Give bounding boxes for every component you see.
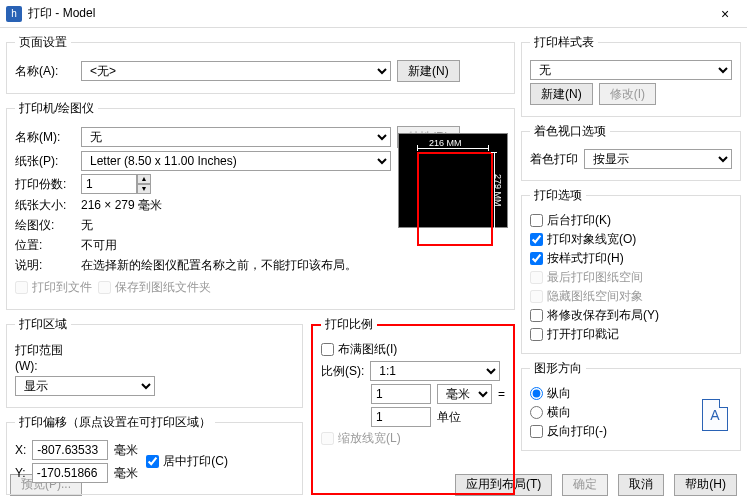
page-setup-legend: 页面设置	[15, 34, 71, 51]
printer-group: 打印机/绘图仪 名称(M): 无 特性(R) 纸张(P): Letter (8.…	[6, 100, 515, 310]
offset-legend: 打印偏移（原点设置在可打印区域）	[15, 414, 215, 431]
pagesetup-new-button[interactable]: 新建(N)	[397, 60, 460, 82]
style-table-group: 打印样式表 无 新建(N)修改(I)	[521, 34, 741, 117]
scale-val2-input[interactable]	[371, 407, 431, 427]
page-setup-group: 页面设置 名称(A): <无> 新建(N)	[6, 34, 515, 94]
opt-lw-check[interactable]: 打印对象线宽(O)	[530, 231, 732, 248]
x-label: X:	[15, 443, 26, 457]
pagesetup-name-select[interactable]: <无>	[81, 61, 391, 81]
options-legend: 打印选项	[530, 187, 586, 204]
ratio-label: 比例(S):	[321, 363, 364, 380]
styletable-legend: 打印样式表	[530, 34, 598, 51]
desc-label: 说明:	[15, 257, 75, 274]
eq: =	[498, 387, 505, 401]
copies-down[interactable]: ▼	[137, 184, 151, 194]
app-icon: h	[6, 6, 22, 22]
close-button[interactable]: ×	[709, 6, 741, 22]
paper-label: 纸张(P):	[15, 153, 75, 170]
plotter-value: 无	[81, 217, 93, 234]
printer-legend: 打印机/绘图仪	[15, 100, 98, 117]
y-label: Y:	[15, 466, 26, 480]
desc-value: 在选择新的绘图仪配置名称之前，不能打印该布局。	[81, 257, 357, 274]
save-folder-check: 保存到图纸文件夹	[98, 279, 211, 296]
copies-up[interactable]: ▲	[137, 174, 151, 184]
ok-button: 确定	[562, 474, 608, 496]
fit-check[interactable]: 布满图纸(I)	[321, 341, 505, 358]
area-legend: 打印区域	[15, 316, 71, 333]
printer-name-select[interactable]: 无	[81, 127, 391, 147]
orientation-icon: A	[702, 399, 728, 431]
scale-unit1-select[interactable]: 毫米	[437, 384, 492, 404]
help-button[interactable]: 帮助(H)	[674, 474, 737, 496]
styletable-select[interactable]: 无	[530, 60, 732, 80]
cancel-button[interactable]: 取消	[618, 474, 664, 496]
copies-label: 打印份数:	[15, 176, 75, 193]
opt-hide-check: 隐藏图纸空间对象	[530, 288, 732, 305]
styletable-new-button[interactable]: 新建(N)	[530, 83, 593, 105]
papersize-value: 216 × 279 毫米	[81, 197, 162, 214]
print-to-file-check: 打印到文件	[15, 279, 92, 296]
papersize-label: 纸张大小:	[15, 197, 75, 214]
opt-paperlast-check: 最后打印图纸空间	[530, 269, 732, 286]
opt-stamp-check[interactable]: 打开打印戳记	[530, 326, 732, 343]
ratio-select[interactable]: 1:1	[370, 361, 500, 381]
print-area-group: 打印区域 打印范围(W): 显示	[6, 316, 303, 408]
y-input[interactable]	[32, 463, 108, 483]
preview-right-dim: 279 MM	[493, 174, 503, 207]
copies-input[interactable]	[81, 174, 137, 194]
scale-legend: 打印比例	[321, 316, 377, 333]
orientation-group: 图形方向 纵向 横向 反向打印(-) A	[521, 360, 741, 451]
print-offset-group: 打印偏移（原点设置在可打印区域） X:毫米 Y:毫米 居中打印(C)	[6, 414, 303, 495]
opt-style-check[interactable]: 按样式打印(H)	[530, 250, 732, 267]
orient-legend: 图形方向	[530, 360, 586, 377]
shade-label: 着色打印	[530, 151, 578, 168]
pagesetup-name-label: 名称(A):	[15, 63, 75, 80]
viewport-group: 着色视口选项 着色打印按显示	[521, 123, 741, 181]
opt-save-check[interactable]: 将修改保存到布局(Y)	[530, 307, 732, 324]
paper-preview: 216 MM 279 MM	[398, 133, 508, 228]
scale-val1-input[interactable]	[371, 384, 431, 404]
center-check[interactable]: 居中打印(C)	[146, 453, 228, 470]
scale-lw-check: 缩放线宽(L)	[321, 430, 505, 447]
shade-select[interactable]: 按显示	[584, 149, 732, 169]
x-unit: 毫米	[114, 442, 138, 459]
paper-select[interactable]: Letter (8.50 x 11.00 Inches)	[81, 151, 391, 171]
print-scale-group: 打印比例 布满图纸(I) 比例(S):1:1 毫米= 单位 缩放线宽(L)	[311, 316, 515, 495]
window-title: 打印 - Model	[28, 5, 709, 22]
styletable-modify-button: 修改(I)	[599, 83, 656, 105]
viewport-legend: 着色视口选项	[530, 123, 610, 140]
print-options-group: 打印选项 后台打印(K) 打印对象线宽(O) 按样式打印(H) 最后打印图纸空间…	[521, 187, 741, 354]
scale-unit2: 单位	[437, 409, 461, 426]
printer-name-label: 名称(M):	[15, 129, 75, 146]
copies-spinner[interactable]: ▲▼	[81, 174, 151, 194]
preview-top-dim: 216 MM	[429, 138, 462, 148]
x-input[interactable]	[32, 440, 108, 460]
location-label: 位置:	[15, 237, 75, 254]
location-value: 不可用	[81, 237, 117, 254]
title-bar: h 打印 - Model ×	[0, 0, 747, 28]
opt-bg-check[interactable]: 后台打印(K)	[530, 212, 732, 229]
plotter-label: 绘图仪:	[15, 217, 75, 234]
range-label: 打印范围(W):	[15, 342, 85, 373]
y-unit: 毫米	[114, 465, 138, 482]
range-select[interactable]: 显示	[15, 376, 155, 396]
